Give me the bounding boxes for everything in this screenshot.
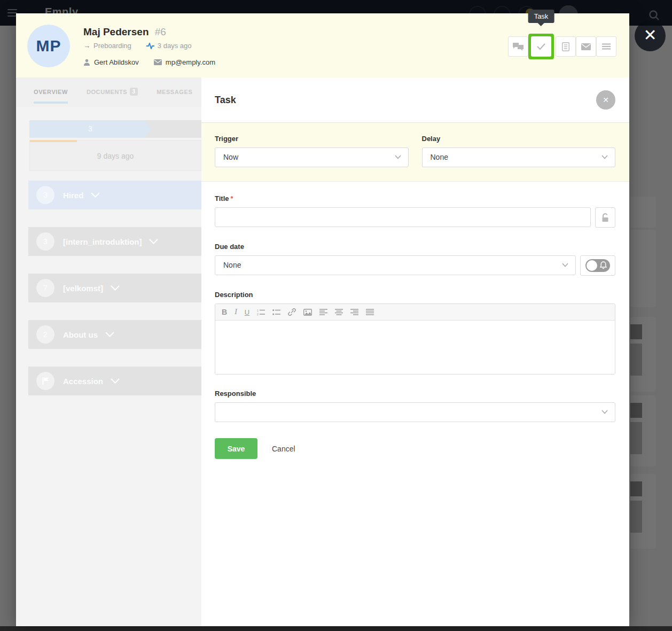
tab-documents[interactable]: DOCUMENTS3 <box>87 77 138 107</box>
task-panel-title: Task <box>215 95 236 106</box>
chat-bubbles-icon <box>512 42 524 51</box>
candidate-email: mp@emply.com <box>166 58 215 66</box>
save-button[interactable]: Save <box>215 438 257 459</box>
modal-close-button[interactable]: ✕ <box>635 20 666 51</box>
align-left-icon[interactable] <box>319 309 327 315</box>
checkmark-icon <box>536 43 546 50</box>
stage-row-hired[interactable]: 3 Hired <box>28 181 201 209</box>
chevron-down-icon <box>105 332 114 337</box>
chevron-down-icon <box>601 410 608 414</box>
responsible-label: Responsible <box>215 389 615 398</box>
stage-progress-bar: 3 <box>29 120 201 138</box>
description-label: Description <box>215 291 615 299</box>
trigger-select[interactable]: Now <box>215 147 409 167</box>
days-progress-bar <box>30 140 77 142</box>
days-ago-card: 9 days ago <box>29 140 201 171</box>
editor-toolbar: B I U 12 <box>215 304 615 321</box>
cancel-button[interactable]: Cancel <box>272 445 295 453</box>
italic-icon[interactable]: I <box>235 308 237 316</box>
trigger-section: Trigger Now Delay None <box>201 123 629 182</box>
due-date-label: Due date <box>215 243 615 251</box>
chevron-down-icon <box>91 192 100 198</box>
svg-text:1: 1 <box>257 309 259 312</box>
form-button[interactable] <box>556 36 576 57</box>
align-right-icon[interactable] <box>350 309 358 315</box>
link-icon[interactable] <box>288 308 296 316</box>
lock-button[interactable] <box>595 207 615 228</box>
candidate-overview-panel: OVERVIEW DOCUMENTS3 MESSAGES A 3 9 days … <box>16 77 201 626</box>
description-input[interactable] <box>215 321 615 374</box>
messages-button[interactable] <box>508 36 528 57</box>
align-justify-icon[interactable] <box>366 309 374 315</box>
stage-row-about-us[interactable]: 2 About us <box>28 320 201 349</box>
days-ago-label: 9 days ago <box>30 141 201 172</box>
candidate-tabs: OVERVIEW DOCUMENTS3 MESSAGES A <box>16 77 201 107</box>
recruiter-name: Gert Abildskov <box>94 58 139 66</box>
image-icon[interactable] <box>303 309 312 316</box>
description-editor: B I U 12 <box>215 303 615 375</box>
chevron-down-icon <box>111 378 120 384</box>
required-asterisk: * <box>231 194 233 202</box>
stage-row-accession[interactable]: Accession <box>28 367 201 395</box>
reminder-toggle[interactable] <box>585 259 610 272</box>
unordered-list-icon[interactable] <box>272 309 280 316</box>
delay-label: Delay <box>422 135 616 143</box>
candidate-number: #6 <box>155 26 166 37</box>
task-button-highlight: Task <box>528 34 554 59</box>
task-form-panel: Task ✕ Trigger Now Delay None <box>201 77 629 626</box>
more-actions-button[interactable] <box>596 36 616 57</box>
reminder-toggle-button[interactable] <box>580 255 615 276</box>
stage-count-badge: 3 <box>36 186 54 204</box>
email-button[interactable] <box>576 36 596 57</box>
title-label: Title <box>215 194 229 202</box>
bold-icon[interactable]: B <box>222 308 227 316</box>
tab-overview[interactable]: OVERVIEW <box>34 77 68 107</box>
stage-list: 3 Hired 3 [intern_introduktion] 7 [velko… <box>28 181 201 413</box>
ordered-list-icon[interactable]: 12 <box>257 309 265 316</box>
candidate-stage: Preboarding <box>93 42 131 50</box>
person-icon <box>83 59 90 66</box>
delay-select[interactable]: None <box>422 147 616 167</box>
chevron-down-icon <box>601 155 608 159</box>
envelope-icon <box>154 59 162 65</box>
avatar: MP <box>27 25 70 67</box>
trigger-label: Trigger <box>215 135 409 143</box>
stage-count-badge: 7 <box>36 279 54 297</box>
tab-messages[interactable]: MESSAGES <box>157 77 192 107</box>
activity-pulse-icon <box>146 43 154 49</box>
stage-count-badge: 3 <box>36 232 54 251</box>
task-button[interactable] <box>531 36 551 57</box>
stage-count-badge: 2 <box>36 325 54 344</box>
underline-icon[interactable]: U <box>245 308 249 316</box>
chevron-down-icon <box>395 155 401 159</box>
candidate-activity: 3 days ago <box>158 42 192 50</box>
documents-count-badge: 3 <box>130 88 138 96</box>
stage-row-velkomst[interactable]: 7 [velkomst] <box>28 274 201 302</box>
task-tooltip: Task <box>528 10 554 23</box>
document-icon <box>562 42 569 51</box>
candidate-modal: MP Maj Pedersen #6 → Preboarding 3 days … <box>16 13 629 626</box>
task-panel-close-button[interactable]: ✕ <box>596 90 615 110</box>
responsible-select[interactable] <box>215 402 615 422</box>
list-menu-icon <box>602 43 611 50</box>
arrow-right-icon: → <box>83 42 90 50</box>
due-date-select[interactable]: None <box>215 255 576 275</box>
stage-row-intern-introduktion[interactable]: 3 [intern_introduktion] <box>28 227 201 256</box>
chevron-down-icon <box>562 263 568 267</box>
flag-icon <box>36 372 54 390</box>
chevron-down-icon <box>149 239 158 244</box>
svg-text:2: 2 <box>257 313 259 316</box>
open-lock-icon <box>601 213 609 222</box>
chevron-down-icon <box>111 285 120 291</box>
candidate-name: Maj Pedersen <box>83 26 149 37</box>
envelope-icon <box>581 43 591 50</box>
align-center-icon[interactable] <box>335 309 343 315</box>
bell-icon <box>600 261 607 269</box>
candidate-header: MP Maj Pedersen #6 → Preboarding 3 days … <box>16 13 629 77</box>
title-input[interactable] <box>215 207 591 227</box>
stage-progress-current: 3 <box>29 120 151 138</box>
toggle-knob <box>587 260 597 271</box>
